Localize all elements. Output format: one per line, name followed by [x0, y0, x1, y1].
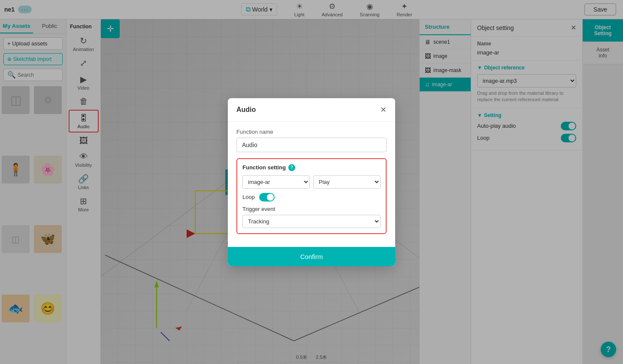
function-setting-header: Function setting ? — [242, 164, 381, 171]
function-setting-label: Function setting — [242, 164, 286, 171]
trigger-select[interactable]: Tracking — [242, 215, 381, 228]
modal-overlay: Audio ✕ Function name Function setting ?… — [0, 0, 623, 364]
target-action-row: image-ar Play — [242, 175, 381, 189]
loop-row: Loop — [242, 193, 381, 202]
function-setting-box: Function setting ? image-ar Play Loop Tr… — [236, 158, 387, 234]
help-icon[interactable]: ? — [288, 164, 295, 171]
modal-body: Function name Function setting ? image-a… — [228, 122, 395, 247]
loop-label: Loop — [242, 194, 255, 200]
confirm-button[interactable]: Confirm — [228, 247, 395, 266]
modal-close-button[interactable]: ✕ — [380, 105, 387, 114]
action-select[interactable]: Play — [313, 175, 381, 189]
audio-modal: Audio ✕ Function name Function setting ?… — [228, 98, 395, 266]
target-select[interactable]: image-ar — [242, 175, 310, 189]
modal-title: Audio — [236, 106, 256, 114]
trigger-event-label: Trigger event — [242, 206, 381, 212]
modal-header: Audio ✕ — [228, 98, 395, 122]
loop-toggle[interactable] — [259, 193, 275, 202]
function-name-label: Function name — [236, 129, 387, 135]
function-name-input[interactable] — [236, 138, 387, 152]
